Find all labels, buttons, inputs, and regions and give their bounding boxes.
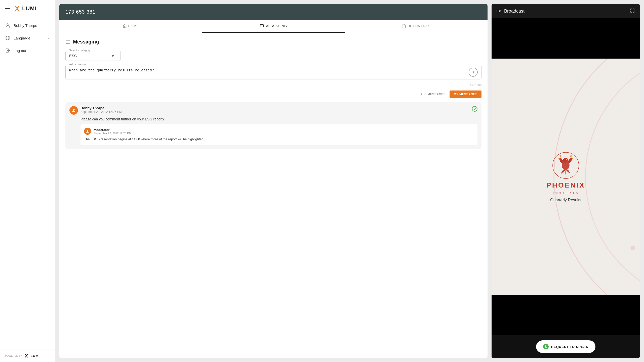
- language-label: Language: [14, 36, 30, 40]
- svg-rect-11: [497, 10, 499, 12]
- svg-point-13: [585, 59, 640, 295]
- lumi-footer-x-icon: [24, 353, 29, 358]
- sidebar: LUMI Bobby Thorpe Language: [0, 0, 55, 362]
- svg-point-17: [630, 245, 635, 250]
- home-icon: [123, 24, 127, 28]
- company-subtitle: INDUSTRIES: [553, 191, 579, 195]
- user-name: Bobby Thorpe: [14, 23, 37, 28]
- messaging-panel: Messaging Select a category ESG Financia…: [59, 33, 488, 358]
- all-messages-filter[interactable]: ALL MESSAGES: [416, 90, 450, 98]
- lumi-x-icon: [14, 5, 21, 12]
- expand-button[interactable]: [630, 8, 635, 14]
- my-messages-filter[interactable]: MY MESSAGES: [450, 90, 481, 98]
- video-top-black: [492, 18, 640, 59]
- message-card: Bobby Thorpe September 22, 2022 12:25 PM…: [65, 102, 481, 149]
- reply-text: The ESG Presentation begins at 14:00 whe…: [84, 137, 474, 142]
- lumi-logo: LUMI: [14, 5, 37, 12]
- verified-check-icon: [472, 106, 477, 113]
- moderator-avatar: [84, 128, 91, 135]
- messaging-section-title: Messaging: [65, 39, 481, 45]
- user-icon: [5, 23, 11, 28]
- messaging-section-icon: [65, 39, 70, 44]
- svg-marker-0: [15, 6, 20, 11]
- svg-point-25: [566, 159, 567, 160]
- svg-point-23: [563, 158, 568, 163]
- sidebar-footer: POWERED BY LUMI: [0, 349, 55, 362]
- left-panel: 173-653-381 HOME MESSAGING: [59, 4, 488, 358]
- messaging-title-text: Messaging: [73, 39, 99, 45]
- powered-by-text: POWERED BY: [5, 354, 22, 357]
- message-filters: ALL MESSAGES MY MESSAGES: [65, 90, 481, 98]
- tab-home-label: HOME: [128, 24, 139, 28]
- message-avatar: [69, 106, 78, 115]
- textarea-inner: When are the quarterly results released?: [69, 68, 478, 77]
- main-content: 173-653-381 HOME MESSAGING: [55, 0, 644, 362]
- broadcast-footer: REQUEST TO SPEAK: [492, 335, 640, 358]
- expand-icon: [630, 8, 635, 13]
- menu-icon[interactable]: [4, 6, 11, 11]
- reply-card: Moderator September 22, 2022 12:25 PM Th…: [80, 124, 477, 145]
- request-to-speak-label: REQUEST TO SPEAK: [551, 345, 589, 349]
- sidebar-logo-area: LUMI: [0, 0, 55, 15]
- svg-rect-7: [66, 40, 70, 43]
- reply-time: September 22, 2022 12:25 PM: [94, 132, 131, 135]
- request-to-speak-button[interactable]: REQUEST TO SPEAK: [536, 340, 596, 353]
- quarterly-text: Quarterly Results: [550, 198, 581, 202]
- message-time: September 22, 2022 12:25 PM: [80, 110, 469, 114]
- svg-rect-30: [545, 345, 546, 347]
- documents-icon: [402, 24, 406, 28]
- broadcast-title-text: Broadcast: [504, 9, 525, 14]
- message-author: Bobby Thorpe: [80, 106, 469, 110]
- sidebar-nav: Bobby Thorpe Language ⌄ Log out: [0, 15, 55, 349]
- session-id: 173-653-381: [59, 4, 488, 20]
- char-count: 40 / 1000: [65, 83, 481, 86]
- phoenix-logo: PHOENIX INDUSTRIES Quarterly Results: [546, 152, 585, 202]
- question-label: Ask a question: [68, 63, 88, 66]
- tab-bar: HOME MESSAGING DOCUMENTS: [59, 20, 488, 33]
- reply-header: Moderator September 22, 2022 12:25 PM: [84, 128, 474, 135]
- tab-home[interactable]: HOME: [59, 20, 202, 33]
- sidebar-item-logout[interactable]: Log out: [0, 44, 55, 57]
- microphone-icon: [543, 344, 549, 349]
- question-container: Ask a question When are the quarterly re…: [65, 65, 481, 79]
- broadcast-icon: [497, 9, 502, 14]
- video-bottom-black: [492, 295, 640, 335]
- svg-point-9: [472, 106, 477, 111]
- message-meta: Bobby Thorpe September 22, 2022 12:25 PM: [80, 106, 469, 114]
- select-wrapper: ESG Financial General ▾: [69, 54, 117, 58]
- broadcast-header: Broadcast: [492, 4, 640, 18]
- tab-messaging[interactable]: MESSAGING: [202, 20, 345, 33]
- message-text: Please can you comment further on your E…: [80, 117, 477, 121]
- tab-documents-label: DOCUMENTS: [408, 24, 430, 28]
- category-select-container[interactable]: Select a category ESG Financial General …: [65, 51, 121, 61]
- company-name: PHOENIX: [546, 181, 585, 189]
- app-name: LUMI: [22, 5, 37, 12]
- sidebar-item-user[interactable]: Bobby Thorpe: [0, 19, 55, 32]
- logout-icon: [5, 48, 11, 53]
- right-panel: Broadcast: [492, 4, 640, 358]
- reply-author: Moderator: [94, 128, 131, 132]
- logout-label: Log out: [14, 49, 26, 53]
- message-header: Bobby Thorpe September 22, 2022 12:25 PM: [69, 106, 477, 115]
- reply-meta: Moderator September 22, 2022 12:25 PM: [94, 128, 131, 135]
- tab-documents[interactable]: DOCUMENTS: [345, 20, 488, 33]
- question-input[interactable]: When are the quarterly results released?: [69, 68, 467, 76]
- tab-messaging-label: MESSAGING: [265, 24, 287, 28]
- svg-point-10: [87, 130, 88, 131]
- send-icon: [471, 70, 475, 74]
- phoenix-bird-icon: [552, 152, 580, 179]
- powered-by-logo: LUMI: [31, 354, 40, 358]
- sidebar-item-language[interactable]: Language ⌄: [0, 32, 55, 44]
- broadcast-title: Broadcast: [497, 9, 525, 14]
- svg-marker-5: [25, 354, 28, 357]
- globe-icon: [5, 35, 11, 41]
- chevron-down-icon: ⌄: [48, 36, 50, 40]
- video-slide: PHOENIX INDUSTRIES Quarterly Results: [492, 59, 640, 295]
- svg-point-1: [7, 24, 9, 26]
- send-button[interactable]: [469, 68, 478, 77]
- category-label: Select a category: [68, 49, 92, 52]
- category-select[interactable]: ESG Financial General: [69, 54, 117, 58]
- messaging-icon: [260, 24, 264, 28]
- broadcast-video: PHOENIX INDUSTRIES Quarterly Results: [492, 18, 640, 335]
- svg-point-8: [73, 109, 74, 111]
